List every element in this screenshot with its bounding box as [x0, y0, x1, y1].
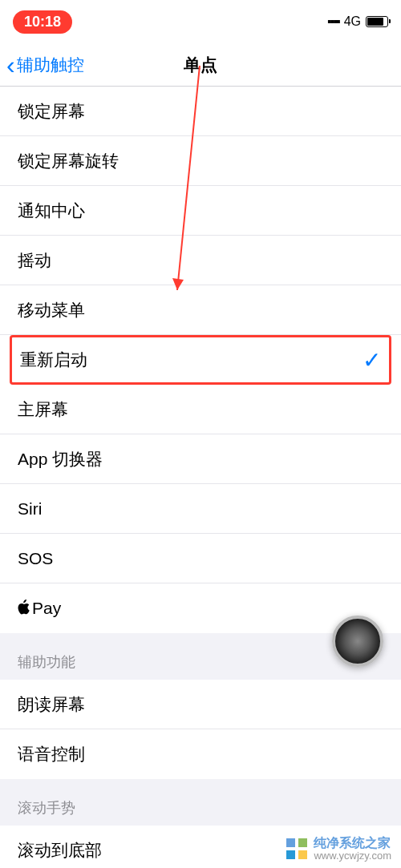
svg-rect-2	[286, 838, 295, 847]
svg-rect-4	[286, 850, 295, 859]
back-label: 辅助触控	[17, 54, 84, 76]
option-sos[interactable]: SOS	[0, 534, 401, 583]
apple-pay-label: Pay	[18, 599, 61, 618]
option-shake[interactable]: 摇动	[0, 236, 401, 285]
battery-icon	[366, 16, 388, 27]
option-notification-center[interactable]: 通知中心	[0, 186, 401, 236]
assistive-touch-button[interactable]	[332, 616, 383, 667]
svg-rect-3	[298, 838, 307, 847]
watermark: 纯净系统之家 www.ycwjzy.com	[285, 836, 391, 862]
watermark-logo-icon	[285, 837, 309, 861]
option-speak-screen[interactable]: 朗读屏幕	[0, 680, 401, 729]
watermark-line2: www.ycwjzy.com	[314, 850, 391, 862]
page-title: 单点	[184, 54, 217, 76]
status-time: 10:18	[13, 10, 72, 34]
signal-icon: ▪▪▪▪	[327, 14, 339, 29]
option-lock-rotation[interactable]: 锁定屏幕旋转	[0, 136, 401, 186]
svg-rect-5	[298, 850, 307, 859]
option-restart[interactable]: 重新启动 ✓	[10, 335, 391, 385]
option-lock-screen[interactable]: 锁定屏幕	[0, 87, 401, 136]
option-app-switcher[interactable]: App 切换器	[0, 434, 401, 484]
watermark-line1: 纯净系统之家	[314, 836, 391, 850]
options-list: 锁定屏幕 锁定屏幕旋转 通知中心 摇动 移动菜单 重新启动 ✓ 主屏幕 App …	[0, 87, 401, 633]
option-siri[interactable]: Siri	[0, 484, 401, 534]
checkmark-icon: ✓	[363, 347, 381, 373]
chevron-left-icon: ‹	[6, 52, 15, 78]
status-indicators: ▪▪▪▪ 4G	[327, 14, 388, 29]
option-move-menu[interactable]: 移动菜单	[0, 285, 401, 335]
back-button[interactable]: ‹ 辅助触控	[0, 52, 84, 78]
option-voice-control[interactable]: 语音控制	[0, 729, 401, 779]
a11y-list: 朗读屏幕 语音控制	[0, 680, 401, 779]
navigation-bar: ‹ 辅助触控 单点	[0, 43, 401, 87]
section-header-scroll: 滚动手势	[0, 779, 401, 826]
network-label: 4G	[344, 14, 361, 29]
option-home[interactable]: 主屏幕	[0, 385, 401, 434]
status-bar: 10:18 ▪▪▪▪ 4G	[0, 0, 401, 43]
